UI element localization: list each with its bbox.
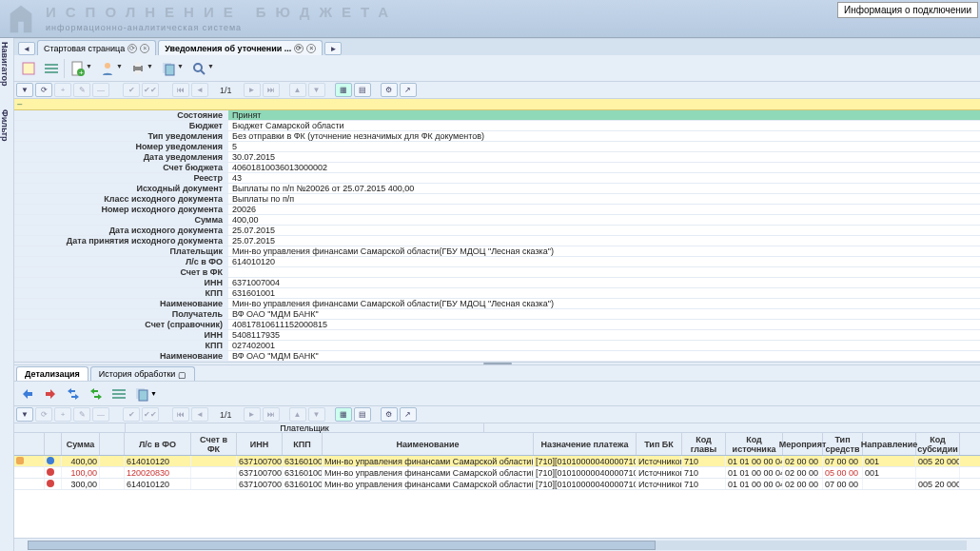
grid-view[interactable]: ▦ <box>335 83 352 97</box>
close-icon[interactable]: × <box>140 44 149 53</box>
tab-scroll-right[interactable]: ► <box>324 42 342 55</box>
green-arrows-icon[interactable] <box>87 384 106 403</box>
refresh-icon[interactable]: ⟳ <box>294 44 304 53</box>
tab-scroll-left[interactable]: ◄ <box>18 42 35 55</box>
col-kodgl[interactable]: Код главы <box>682 433 726 455</box>
print-button[interactable]: ▼ <box>127 58 148 79</box>
form-value[interactable]: Выплаты по п/п №20026 от 25.07.2015 400,… <box>228 184 980 193</box>
tab-start-page[interactable]: Стартовая страница ⟳ × <box>37 40 156 55</box>
form-value[interactable]: ВФ ОАО "МДМ БАНК" <box>228 309 980 319</box>
sub-last[interactable]: ⏭ <box>263 407 280 422</box>
form-value[interactable]: Бюджет Самарской области <box>228 121 980 130</box>
sub-down[interactable]: ▼ <box>308 407 325 422</box>
col-fk[interactable]: Счет в ФК <box>191 433 237 455</box>
form-value[interactable]: 6371007004 <box>228 278 980 287</box>
form-value[interactable]: 25.07.2015 <box>228 226 980 235</box>
table-row[interactable]: 400,006140101206371007004631601001Мин-во… <box>14 456 980 467</box>
form-value[interactable] <box>228 267 980 277</box>
col-kodsub[interactable]: Код субсидии <box>916 433 960 455</box>
form-value[interactable]: 43 <box>228 173 980 183</box>
search-button[interactable]: ▼ <box>188 58 209 79</box>
connection-info-button[interactable]: Информация о подключении <box>837 2 978 18</box>
last-page[interactable]: ⏭ <box>263 83 280 97</box>
sub-grid-view[interactable]: ▦ <box>335 407 352 422</box>
sub-filter-toggle[interactable]: ▼ <box>16 407 33 422</box>
form-value[interactable]: 5408117935 <box>228 330 980 340</box>
sub-add[interactable]: + <box>54 407 71 422</box>
approve-all-button[interactable]: ✔✔ <box>142 83 159 97</box>
form-value[interactable]: 400,00 <box>228 215 980 225</box>
table-row[interactable]: 300,006140101206371007004631601001Мин-во… <box>14 479 980 490</box>
form-value[interactable]: Мин-во управления финансами Самарской об… <box>228 299 980 308</box>
sub-minus[interactable]: — <box>92 407 109 422</box>
prev-page[interactable]: ◄ <box>191 83 208 97</box>
form-value[interactable]: 40601810036013000002 <box>228 163 980 172</box>
first-page[interactable]: ⏮ <box>172 83 189 97</box>
form-value[interactable]: 20026 <box>228 205 980 214</box>
col-kpp[interactable]: КПП <box>283 433 323 455</box>
col-tipsr[interactable]: Тип средств <box>823 433 863 455</box>
col-ls[interactable]: Л/с в ФО <box>125 433 191 455</box>
refresh-icon[interactable]: ⟳ <box>127 44 137 53</box>
settings-button[interactable]: ⚙ <box>381 83 398 97</box>
next-page[interactable]: ► <box>244 83 261 97</box>
form-value[interactable]: 25.07.2015 <box>228 236 980 246</box>
form-value[interactable]: Мин-во управления финансами Самарской об… <box>228 246 980 256</box>
filter-toggle[interactable]: ▼ <box>16 83 33 97</box>
form-value[interactable]: Принят <box>228 110 980 120</box>
tab-notifications[interactable]: Уведомления об уточнении ... ⟳ × <box>158 40 323 55</box>
add-button[interactable]: + <box>54 83 71 97</box>
table-row[interactable]: 100,001200208306371007004631601001Мин-во… <box>14 467 980 479</box>
col-inn[interactable]: ИНН <box>237 433 283 455</box>
sub-refresh[interactable]: ⟳ <box>35 407 52 422</box>
move-up[interactable]: ▲ <box>289 83 306 97</box>
horizontal-scrollbar[interactable] <box>14 538 980 551</box>
form-value[interactable]: 40817810611152000815 <box>228 320 980 329</box>
minus-button[interactable]: — <box>92 83 109 97</box>
edit-button[interactable]: ✎ <box>73 83 90 97</box>
new-document-button[interactable]: +▼ <box>67 58 88 79</box>
red-arrow-icon[interactable] <box>41 384 60 403</box>
export-button[interactable]: ↗ <box>400 83 417 97</box>
form-value[interactable]: 5 <box>228 142 980 151</box>
sub-edit[interactable]: ✎ <box>73 407 90 422</box>
col-napr[interactable]: Направление <box>863 433 916 455</box>
notes-button[interactable] <box>18 58 39 79</box>
col-sum[interactable]: Сумма <box>62 433 100 455</box>
list-button[interactable] <box>41 58 62 79</box>
sub-up[interactable]: ▲ <box>289 407 306 422</box>
approve-button[interactable]: ✔ <box>123 83 140 97</box>
user-actions-button[interactable]: ▼ <box>97 58 118 79</box>
col-name[interactable]: Наименование <box>323 433 534 455</box>
col-tipbk[interactable]: Тип БК <box>637 433 682 455</box>
form-value[interactable]: 027402001 <box>228 341 980 350</box>
tree-view[interactable]: ▤ <box>354 83 371 97</box>
close-icon[interactable]: × <box>306 44 316 53</box>
sub-first[interactable]: ⏮ <box>172 407 189 422</box>
form-value[interactable]: ВФ ОАО "МДМ БАНК" <box>228 351 980 361</box>
sub-list-button[interactable] <box>109 384 128 403</box>
form-value[interactable]: Выплаты по п/п <box>228 194 980 204</box>
sub-approve[interactable]: ✔ <box>123 407 140 422</box>
sub-settings[interactable]: ⚙ <box>381 407 398 422</box>
filter-rail[interactable]: Фильтр <box>0 106 10 142</box>
copy-button[interactable]: ▼ <box>158 58 179 79</box>
form-value[interactable]: 614010120 <box>228 257 980 266</box>
sub-tree-view[interactable]: ▤ <box>354 407 371 422</box>
sub-approve-all[interactable]: ✔✔ <box>142 407 159 422</box>
sub-export[interactable]: ↗ <box>400 407 417 422</box>
sub-copy-button[interactable]: ▼ <box>132 384 151 403</box>
refresh-button[interactable]: ⟳ <box>35 83 52 97</box>
form-value[interactable]: 631601001 <box>228 288 980 298</box>
navigator-rail[interactable]: Навигатор <box>0 38 10 87</box>
sub-next[interactable]: ► <box>244 407 261 422</box>
col-nazn[interactable]: Назначение платежа <box>534 433 637 455</box>
blue-arrow-icon[interactable] <box>18 384 37 403</box>
popout-icon[interactable]: ▢ <box>178 370 186 379</box>
form-value[interactable]: 30.07.2015 <box>228 152 980 162</box>
tab-history[interactable]: История обработки▢ <box>90 366 196 381</box>
col-mer[interactable]: Мероприят <box>783 433 823 455</box>
tab-detail[interactable]: Детализация <box>16 366 88 381</box>
sub-prev[interactable]: ◄ <box>191 407 208 422</box>
blue-arrows-icon[interactable] <box>64 384 83 403</box>
